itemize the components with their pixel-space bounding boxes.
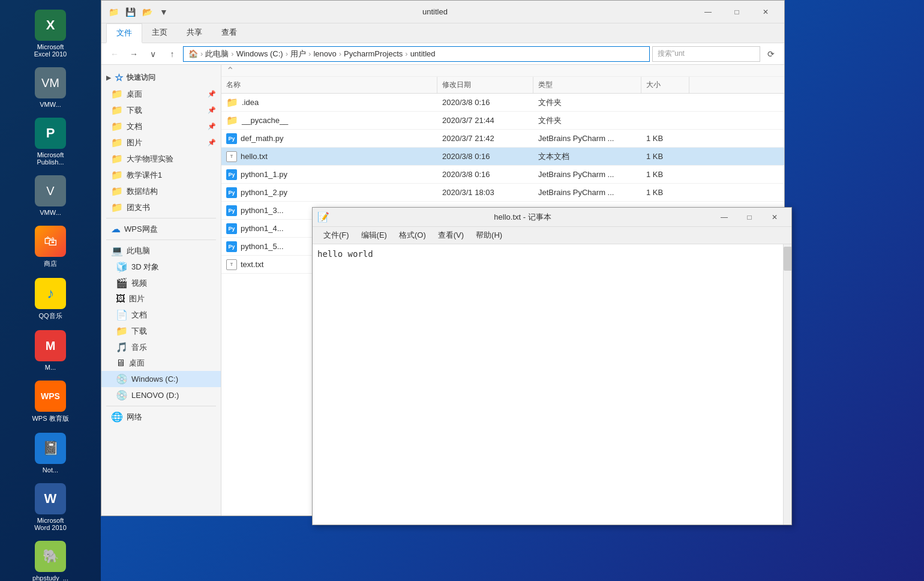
search-box[interactable]: 搜索"unt	[652, 46, 760, 62]
m-icon: M	[35, 330, 66, 361]
taskbar-item-note[interactable]: 📓 Not...	[8, 429, 92, 477]
notepad-menu-format[interactable]: 格式(O)	[393, 228, 432, 242]
col-header-name[interactable]: 名称	[221, 77, 437, 93]
path-part-c: Windows (C:)	[236, 49, 283, 58]
sidebar-item-downloads[interactable]: 📁 下载	[101, 323, 221, 339]
py11-icon: Py	[226, 169, 237, 180]
notepad-menu-help[interactable]: 帮助(H)	[470, 228, 508, 242]
sidebar-item-download-quick[interactable]: 📁 下载 📌	[101, 102, 221, 118]
dropdown-icon-btn[interactable]: ▼	[157, 5, 171, 19]
folder2-icon-btn[interactable]: 📂	[140, 5, 154, 19]
file-row-pycache[interactable]: 📁 __pycache__ 2020/3/7 21:44 文件夹	[221, 112, 784, 130]
notepad-menu-edit[interactable]: 编辑(E)	[355, 228, 393, 242]
list-collapse-icon[interactable]: ⌃	[226, 65, 234, 76]
note-icon: 📓	[35, 433, 66, 464]
sidebar-item-desktop-pc[interactable]: 🖥 桌面	[101, 355, 221, 371]
vm2-label: VMW...	[40, 209, 61, 216]
notepad-close-btn[interactable]: ✕	[763, 210, 787, 224]
taskbar-item-qq[interactable]: ♪ QQ音乐	[8, 274, 92, 324]
py13-icon: Py	[226, 205, 237, 216]
sidebar-item-wps[interactable]: ☁ WPS网盘	[101, 221, 221, 237]
file-row-defmath[interactable]: Py def_math.py 2020/3/7 21:42 JetBrains …	[221, 130, 784, 148]
sidebar-item-course[interactable]: 📁 教学课件1	[101, 167, 221, 183]
explorer-close-btn[interactable]: ✕	[752, 3, 779, 21]
notepad-minimize-btn[interactable]: —	[712, 210, 736, 224]
taskbar-item-m[interactable]: M M...	[8, 327, 92, 375]
vm-icon: VM	[35, 67, 66, 98]
ribbon-tab-file[interactable]: 文件	[106, 23, 142, 43]
file-row-py12[interactable]: Py python1_2.py 2020/3/1 18:03 JetBrains…	[221, 184, 784, 202]
taskbar-item-wps[interactable]: WPS WPS 教育版	[8, 377, 92, 427]
pycache-type: 文件夹	[533, 115, 641, 126]
nav-forward-btn[interactable]: →	[125, 46, 142, 62]
sidebar-item-windows-c[interactable]: 💿 Windows (C:)	[101, 371, 221, 387]
quick-access-section: ▶ ☆ 快速访问 📁 桌面 📌 📁 下载 📌	[101, 70, 221, 215]
sidebar-item-this-pc[interactable]: 💻 此电脑	[101, 242, 221, 259]
taskbar-item-excel[interactable]: X MicrosoftExcel 2010	[8, 6, 92, 61]
save-icon-btn[interactable]: 💾	[123, 5, 137, 19]
py11-size: 1 KB	[641, 170, 689, 179]
file-row-idea[interactable]: 📁 .idea 2020/3/8 0:16 文件夹	[221, 94, 784, 112]
sidebar-item-documents[interactable]: 📄 文档	[101, 307, 221, 323]
address-path[interactable]: 🏠 › 此电脑 › Windows (C:) › 用户 › lenovo › P…	[183, 46, 650, 62]
sidebar-item-music[interactable]: 🎵 音乐	[101, 339, 221, 355]
notepad-content[interactable]: hello world	[313, 244, 791, 525]
course-label: 教学课件1	[127, 170, 162, 181]
ribbon-tab-home[interactable]: 主页	[142, 23, 177, 43]
notepad-title: hello.txt - 记事本	[333, 212, 712, 223]
notepad-menu-file[interactable]: 文件(F)	[317, 228, 355, 242]
col-header-size[interactable]: 大小	[641, 77, 689, 93]
sidebar-item-lenovo-d[interactable]: 💿 LENOVO (D:)	[101, 387, 221, 403]
notepad-scrollbar-thumb[interactable]	[784, 247, 791, 271]
file-row-py11[interactable]: Py python1_1.py 2020/3/8 0:16 JetBrains …	[221, 166, 784, 184]
taskbar-item-vm2[interactable]: V VMW...	[8, 172, 92, 220]
network-label: 网络	[127, 412, 142, 423]
sidebar-item-network[interactable]: 🌐 网络	[101, 409, 221, 425]
notepad-menu-view[interactable]: 查看(V)	[432, 228, 470, 242]
titlebar-icons: 📁 💾 📂 ▼	[106, 5, 171, 19]
folder-icon-btn[interactable]: 📁	[106, 5, 121, 19]
sidebar-item-tuan[interactable]: 📁 团支书	[101, 199, 221, 215]
physics-folder-icon: 📁	[111, 153, 123, 164]
sidebar-item-video[interactable]: 🎬 视频	[101, 275, 221, 291]
col-header-date[interactable]: 修改日期	[437, 77, 533, 93]
excel-icon: X	[35, 10, 66, 41]
notepad-controls: — □ ✕	[712, 210, 787, 224]
sidebar-item-pictures[interactable]: 🖼 图片	[101, 291, 221, 307]
nav-back-btn[interactable]: ←	[106, 46, 123, 62]
quick-access-header[interactable]: ▶ ☆ 快速访问	[101, 70, 221, 86]
address-bar: ← → ∨ ↑ 🏠 › 此电脑 › Windows (C:) › 用户 › le…	[101, 43, 784, 65]
sidebar-item-pic-quick[interactable]: 📁 图片 📌	[101, 134, 221, 151]
taskbar-item-publisher[interactable]: P MicrosoftPublish...	[8, 114, 92, 169]
sidebar-item-physics[interactable]: 📁 大学物理实验	[101, 151, 221, 167]
notepad-scrollbar[interactable]	[783, 244, 791, 525]
nav-up-btn[interactable]: ↑	[164, 46, 181, 62]
col-header-type[interactable]: 类型	[533, 77, 641, 93]
py13-name: python1_3...	[241, 206, 284, 215]
pictures-icon: 🖼	[116, 294, 125, 304]
data-struct-folder-icon: 📁	[111, 185, 123, 197]
taskbar-item-word[interactable]: W MicrosoftWord 2010	[8, 480, 92, 535]
explorer-maximize-btn[interactable]: □	[723, 3, 751, 21]
phpstudy-label: phpstudy_...	[32, 574, 68, 581]
video-icon: 🎬	[116, 277, 128, 289]
nav-dropdown-btn[interactable]: ∨	[145, 46, 161, 62]
py12-name: python1_2.py	[241, 188, 287, 197]
ribbon-tab-share[interactable]: 共享	[177, 23, 212, 43]
star-icon: ☆	[115, 72, 123, 83]
sidebar-item-data-struct[interactable]: 📁 数据结构	[101, 183, 221, 199]
sidebar-item-doc-quick[interactable]: 📁 文档 📌	[101, 118, 221, 134]
ribbon-tab-view[interactable]: 查看	[212, 23, 247, 43]
refresh-btn[interactable]: ⟳	[763, 46, 779, 62]
taskbar-item-vm[interactable]: VM VMW...	[8, 64, 92, 112]
file-row-hellotxt[interactable]: T hello.txt 2020/3/8 0:16 文本文档 1 KB	[221, 148, 784, 166]
search-placeholder: 搜索"unt	[658, 49, 685, 59]
path-part-lenovo: lenovo	[313, 49, 336, 58]
explorer-minimize-btn[interactable]: —	[694, 3, 722, 21]
sidebar-item-desktop-quick[interactable]: 📁 桌面 📌	[101, 86, 221, 102]
download-pin-icon: 📌	[208, 106, 216, 114]
taskbar-item-store[interactable]: 🛍 商店	[8, 222, 92, 272]
sidebar-item-3d[interactable]: 🧊 3D 对象	[101, 259, 221, 275]
taskbar-item-phpstudy[interactable]: 🐘 phpstudy_...	[8, 537, 92, 581]
notepad-maximize-btn[interactable]: □	[737, 210, 761, 224]
